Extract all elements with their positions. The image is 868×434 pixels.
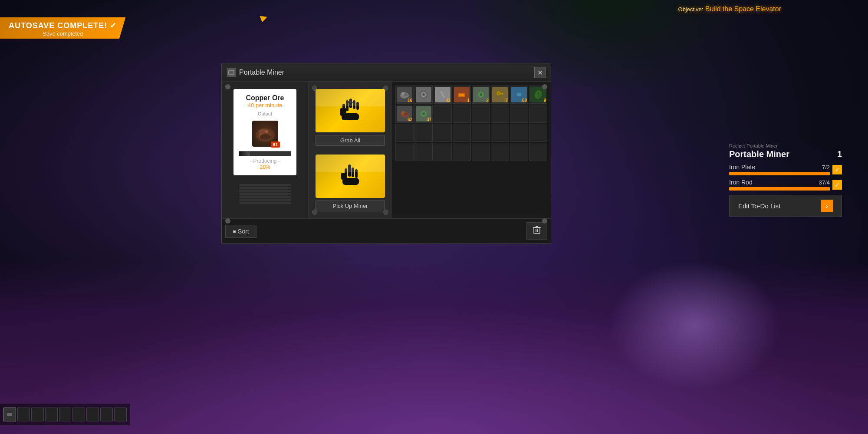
- svg-rect-46: [536, 229, 536, 232]
- svg-point-33: [498, 92, 500, 94]
- svg-rect-49: [536, 226, 538, 227]
- inventory-slot-19[interactable]: [434, 124, 452, 142]
- inventory-slot-29[interactable]: [472, 143, 490, 161]
- inventory-slot-2[interactable]: [414, 85, 433, 104]
- inventory-slot-22[interactable]: [491, 124, 509, 142]
- dialog-icon: [227, 68, 236, 77]
- inventory-slot-7[interactable]: 68: [510, 85, 528, 104]
- resource-row: Iron Plate 7/2 ✓: [729, 164, 842, 175]
- inventory-slot-12[interactable]: [453, 105, 471, 123]
- resource-check-iron-rod: ✓: [832, 180, 842, 190]
- autosave-text: AUTOSAVE COMPLETE!: [9, 21, 107, 30]
- hud-slot-2[interactable]: [17, 408, 30, 421]
- svg-point-42: [404, 112, 408, 115]
- resource-count-iron-plate: 7/2: [822, 164, 830, 171]
- miner-display-panel: Copper Ore 40 per minute Output: [222, 82, 309, 218]
- inventory-slot-11[interactable]: [434, 105, 452, 123]
- inventory-slot-1[interactable]: 16: [395, 85, 414, 104]
- inventory-slot-24[interactable]: [529, 124, 547, 142]
- inventory-slot-18[interactable]: [414, 124, 433, 142]
- hud-slot-1[interactable]: [3, 408, 16, 421]
- grab-all-label: Grab All: [316, 135, 385, 146]
- resource-bar-iron-plate: [729, 172, 830, 175]
- svg-point-24: [404, 93, 408, 96]
- dialog-title-area: Portable Miner: [227, 68, 284, 77]
- grab-all-image: [316, 89, 385, 132]
- pick-up-label: Pick Up Miner: [316, 201, 385, 211]
- resource-name-iron-rod: Iron Rod: [729, 179, 753, 186]
- svg-rect-45: [534, 228, 540, 233]
- objective-label: Objective:: [678, 6, 704, 13]
- action-panel: Grab All Pick Up Miner: [309, 82, 392, 218]
- edit-todo-button[interactable]: Edit To-Do List ›: [729, 195, 842, 217]
- inventory-slot-25[interactable]: [395, 143, 414, 161]
- svg-point-7: [260, 134, 270, 139]
- vent-line-6: [239, 199, 291, 201]
- inventory-slot-23[interactable]: [510, 124, 528, 142]
- resource-header: Iron Plate 7/2: [729, 164, 830, 171]
- svg-marker-15: [347, 99, 353, 107]
- inventory-slot-27[interactable]: [434, 143, 452, 161]
- svg-rect-35: [502, 93, 503, 95]
- svg-rect-29: [459, 94, 464, 96]
- dialog-titlebar: Portable Miner ✕: [222, 63, 551, 82]
- slot-count-5: 2: [486, 98, 489, 103]
- resource-row-iron-rod: Iron Rod 37/4 ✓: [729, 179, 842, 191]
- hud-slot-8[interactable]: [100, 408, 113, 421]
- dialog-close-button[interactable]: ✕: [534, 67, 546, 78]
- producing-text: - Producing - 20%: [239, 158, 291, 170]
- inventory-slot-9[interactable]: 62: [395, 105, 414, 123]
- svg-rect-11: [356, 102, 359, 110]
- inventory-slot-32[interactable]: [529, 143, 547, 161]
- inventory-slot-14[interactable]: [491, 105, 509, 123]
- inventory-grid: 16421276896237: [395, 85, 547, 161]
- inventory-slot-30[interactable]: [491, 143, 509, 161]
- inventory-slot-20[interactable]: [453, 124, 471, 142]
- grab-all-button[interactable]: Grab All: [316, 89, 385, 146]
- hud-slot-6[interactable]: [72, 408, 85, 421]
- hud-slot-5[interactable]: [59, 408, 72, 421]
- output-item-slot: 81: [252, 121, 278, 147]
- screw-br: [383, 210, 388, 215]
- inventory-slot-3[interactable]: 42: [434, 85, 452, 104]
- inventory-slot-31[interactable]: [510, 143, 528, 161]
- progress-bar-container: [239, 151, 291, 156]
- inventory-slot-16[interactable]: [529, 105, 547, 123]
- resource-header-iron-rod: Iron Rod 37/4: [729, 179, 830, 186]
- inventory-slot-6[interactable]: 7: [491, 85, 509, 104]
- recipe-count: 1: [837, 149, 842, 159]
- ground-terrain: [0, 260, 868, 434]
- hud-slot-3[interactable]: [31, 408, 44, 421]
- inventory-slot-21[interactable]: [472, 124, 490, 142]
- sort-button[interactable]: ≡ Sort: [225, 225, 256, 238]
- inventory-slot-5[interactable]: 2: [472, 85, 490, 104]
- dialog-bottom-bar: ≡ Sort: [222, 218, 551, 243]
- inventory-slot-28[interactable]: [453, 143, 471, 161]
- inventory-slot-10[interactable]: 37: [414, 105, 433, 123]
- slot-count-8: 9: [543, 98, 546, 103]
- inventory-slot-17[interactable]: [395, 124, 414, 142]
- inventory-slot-26[interactable]: [414, 143, 433, 161]
- corner-bolt-tr: [542, 84, 547, 89]
- hud-slot-9[interactable]: [114, 408, 127, 421]
- recipe-panel: Recipe: Portable Miner Portable Miner 1 …: [729, 143, 842, 217]
- hud-slot-7[interactable]: [86, 408, 99, 421]
- autosave-checkmark: ✓: [110, 21, 117, 30]
- trash-button[interactable]: [526, 222, 547, 240]
- resource-name-iron-plate: Iron Plate: [729, 164, 755, 171]
- pick-up-miner-button[interactable]: Pick Up Miner: [316, 155, 385, 211]
- inventory-slot-4[interactable]: 1: [453, 85, 471, 104]
- slot-count-4: 1: [467, 98, 470, 103]
- resource-bar-iron-rod: [729, 187, 830, 191]
- hud-slot-4[interactable]: [45, 408, 58, 421]
- output-item-count: 81: [271, 141, 279, 148]
- autosave-subtitle: Save completed: [9, 30, 117, 37]
- svg-rect-37: [517, 93, 521, 96]
- resource-bar-fill-iron-plate: [729, 172, 830, 175]
- output-card: Copper Ore 40 per minute Output: [233, 89, 296, 175]
- inventory-panel: 16421276896237: [392, 82, 551, 218]
- inventory-slot-15[interactable]: [510, 105, 528, 123]
- inventory-slot-13[interactable]: [472, 105, 490, 123]
- vent-line-2: [239, 187, 291, 189]
- slot-count-1: 16: [408, 98, 412, 103]
